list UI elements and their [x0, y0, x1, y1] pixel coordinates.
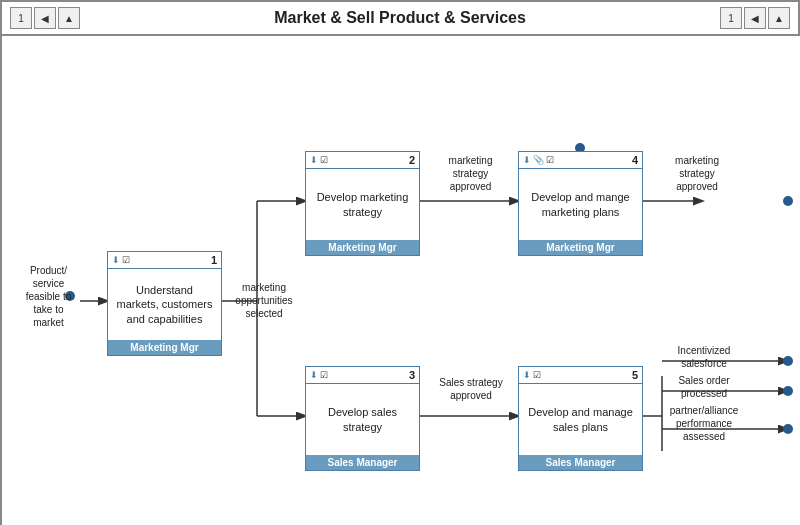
process-box-3[interactable]: ⬇ ☑ 3 Develop sales strategy Sales Manag… — [305, 366, 420, 471]
process-5-header: ⬇ ☑ 5 — [519, 367, 642, 384]
nav-btn-back-left[interactable]: ◀ — [34, 7, 56, 29]
process-5-body: Develop and manage sales plans — [519, 384, 642, 455]
process-3-header: ⬇ ☑ 3 — [306, 367, 419, 384]
nav-btn-up-left[interactable]: ▲ — [58, 7, 80, 29]
nav-btn-up-right[interactable]: ▲ — [768, 7, 790, 29]
header: 1 ◀ ▲ Market & Sell Product & Services 1… — [2, 2, 798, 36]
check-icon-3: ☑ — [320, 370, 328, 380]
process-1-number: 1 — [211, 254, 217, 266]
output-sales-order: Sales orderprocessed — [654, 374, 754, 400]
process-3-icons: ⬇ ☑ — [310, 370, 328, 380]
page-title: Market & Sell Product & Services — [274, 9, 526, 27]
down-icon-5: ⬇ — [523, 370, 531, 380]
mkt-strategy-label-1: marketingstrategyapproved — [428, 154, 513, 193]
end-dot-top — [783, 196, 793, 206]
sales-strategy-label: Sales strategyapproved — [430, 376, 512, 402]
process-4-icons: ⬇ 📎 ☑ — [523, 155, 554, 165]
process-box-4[interactable]: ⬇ 📎 ☑ 4 Develop and mange marketing plan… — [518, 151, 643, 256]
process-4-body: Develop and mange marketing plans — [519, 169, 642, 240]
process-2-header: ⬇ ☑ 2 — [306, 152, 419, 169]
process-5-footer: Sales Manager — [519, 455, 642, 470]
process-4-number: 4 — [632, 154, 638, 166]
process-box-5[interactable]: ⬇ ☑ 5 Develop and manage sales plans Sal… — [518, 366, 643, 471]
end-dot-bot — [783, 424, 793, 434]
check-icon-2: ☑ — [320, 155, 328, 165]
down-icon-3: ⬇ — [310, 370, 318, 380]
process-1-body: Understand markets, customers and capabi… — [108, 269, 221, 340]
output-partner: partner/allianceperformanceassessed — [654, 404, 754, 443]
process-2-footer: Marketing Mgr — [306, 240, 419, 255]
mkt-strategy-label-2: marketingstrategyapproved — [652, 154, 742, 193]
nav-btn-1-left[interactable]: 1 — [10, 7, 32, 29]
marketing-opps-label: marketingopportunitiesselected — [224, 281, 304, 320]
nav-btn-back-right[interactable]: ◀ — [744, 7, 766, 29]
process-box-1[interactable]: ⬇ ☑ 1 Understand markets, customers and … — [107, 251, 222, 356]
nav-buttons-right: 1 ◀ ▲ — [720, 7, 790, 29]
process-1-icons: ⬇ ☑ — [112, 255, 130, 265]
process-4-footer: Marketing Mgr — [519, 240, 642, 255]
paperclip-icon-4: 📎 — [533, 155, 544, 165]
process-3-footer: Sales Manager — [306, 455, 419, 470]
end-dot-mid-2 — [783, 386, 793, 396]
input-label: Product/servicefeasible totake tomarket — [16, 264, 81, 329]
down-icon-2: ⬇ — [310, 155, 318, 165]
process-box-2[interactable]: ⬇ ☑ 2 Develop marketing strategy Marketi… — [305, 151, 420, 256]
down-icon-4: ⬇ — [523, 155, 531, 165]
down-icon-1: ⬇ — [112, 255, 120, 265]
process-3-body: Develop sales strategy — [306, 384, 419, 455]
process-1-header: ⬇ ☑ 1 — [108, 252, 221, 269]
check-icon-1: ☑ — [122, 255, 130, 265]
process-1-footer: Marketing Mgr — [108, 340, 221, 355]
diagram-area: Product/servicefeasible totake tomarket … — [2, 36, 800, 525]
process-4-header: ⬇ 📎 ☑ 4 — [519, 152, 642, 169]
check-icon-5: ☑ — [533, 370, 541, 380]
outer-frame: 1 ◀ ▲ Market & Sell Product & Services 1… — [0, 0, 800, 525]
check-icon-4: ☑ — [546, 155, 554, 165]
end-dot-mid-1 — [783, 356, 793, 366]
process-3-number: 3 — [409, 369, 415, 381]
output-incentivized: Incentivizedsalesforce — [654, 344, 754, 370]
process-5-icons: ⬇ ☑ — [523, 370, 541, 380]
process-2-number: 2 — [409, 154, 415, 166]
process-5-number: 5 — [632, 369, 638, 381]
process-2-body: Develop marketing strategy — [306, 169, 419, 240]
process-2-icons: ⬇ ☑ — [310, 155, 328, 165]
nav-btn-1-right[interactable]: 1 — [720, 7, 742, 29]
nav-buttons-left: 1 ◀ ▲ — [10, 7, 80, 29]
